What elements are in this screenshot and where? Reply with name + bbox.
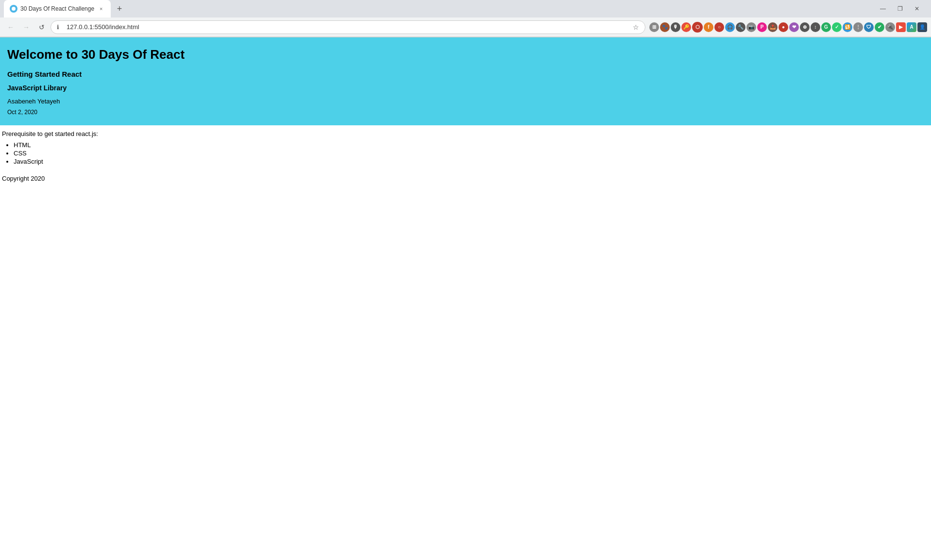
ext-icon-16[interactable]: ↕: [811, 22, 820, 32]
page-subtitle: Getting Started React: [7, 70, 924, 78]
window-controls: — ❐ ✕: [876, 3, 927, 14]
reload-icon: ↺: [39, 23, 45, 31]
bookmark-icon[interactable]: ☆: [633, 23, 639, 31]
ext-icon-15[interactable]: ⊕: [800, 22, 810, 32]
tab-favicon: [10, 5, 17, 13]
ext-icon-13[interactable]: ●: [779, 22, 788, 32]
secure-icon: ℹ: [57, 24, 64, 31]
page-content: Welcome to 30 Days Of React Getting Star…: [0, 37, 931, 186]
address-text: 127.0.0.1:5500/index.html: [67, 23, 630, 31]
ext-icon-17[interactable]: G: [821, 22, 831, 32]
forward-button[interactable]: →: [19, 20, 33, 34]
list-item: HTML: [14, 141, 929, 149]
ext-icon-24[interactable]: ▶: [896, 22, 906, 32]
list-item: JavaScript: [14, 158, 929, 165]
extension-icons: ⊞ 🐾 🎙 🔑 ⬡ f ○ 🎧 🔧 📷 P 📤 ● ❤ ⊕ ↕ G ✓ 🔁 ⋮ …: [649, 22, 927, 33]
ext-icon-7[interactable]: ○: [714, 22, 724, 32]
new-tab-button[interactable]: +: [113, 2, 126, 16]
ext-icon-3[interactable]: 🎙: [671, 22, 680, 32]
tab-title: 30 Days Of React Challenge: [20, 5, 94, 12]
ext-icon-14[interactable]: ❤: [789, 22, 799, 32]
ext-icon-11[interactable]: P: [757, 22, 767, 32]
address-bar[interactable]: ℹ 127.0.0.1:5500/index.html ☆: [51, 20, 645, 34]
date-label: Oct 2, 2020: [7, 109, 924, 116]
ext-icon-25[interactable]: A: [907, 22, 916, 32]
browser-chrome: 30 Days Of React Challenge × + — ❐ ✕ ← →…: [0, 0, 931, 37]
ext-icon-21[interactable]: 🛡: [864, 22, 874, 32]
back-button[interactable]: ←: [4, 20, 17, 34]
close-window-button[interactable]: ✕: [911, 3, 923, 14]
reload-button[interactable]: ↺: [35, 20, 49, 34]
active-tab[interactable]: 30 Days Of React Challenge ×: [4, 0, 111, 17]
ext-icon-profile[interactable]: 👤: [917, 22, 927, 32]
back-icon: ←: [7, 23, 14, 31]
prereq-list: HTML CSS JavaScript: [14, 141, 929, 165]
maximize-button[interactable]: ❐: [894, 3, 907, 14]
copyright-text: Copyright 2020: [2, 175, 45, 182]
forward-icon: →: [23, 23, 30, 31]
tech-label: JavaScript Library: [7, 84, 924, 92]
author-label: Asabeneh Yetayeh: [7, 98, 924, 105]
ext-icon-19[interactable]: 🔁: [843, 22, 852, 32]
ext-icon-20[interactable]: ⋮: [853, 22, 863, 32]
tab-close-button[interactable]: ×: [97, 5, 105, 13]
page-title: Welcome to 30 Days Of React: [7, 47, 924, 62]
ext-icon-1[interactable]: ⊞: [649, 22, 659, 32]
ext-icon-18[interactable]: ✓: [832, 22, 842, 32]
footer: Copyright 2020: [0, 171, 931, 186]
tab-bar: 30 Days Of React Challenge × + — ❐ ✕: [0, 0, 931, 17]
ext-icon-9[interactable]: 🔧: [736, 22, 745, 32]
main-section: Prerequisite to get started react.js: HT…: [0, 125, 931, 171]
ext-icon-6[interactable]: f: [704, 22, 713, 32]
ext-icon-4[interactable]: 🔑: [681, 22, 691, 32]
ext-icon-5[interactable]: ⬡: [692, 22, 703, 33]
ext-icon-23[interactable]: 🔌: [885, 22, 895, 32]
ext-icon-12[interactable]: 📤: [768, 22, 778, 32]
minimize-button[interactable]: —: [876, 3, 890, 14]
browser-toolbar: ← → ↺ ℹ 127.0.0.1:5500/index.html ☆ ⊞ 🐾 …: [0, 17, 931, 37]
prereq-label: Prerequisite to get started react.js:: [2, 130, 929, 137]
ext-icon-2[interactable]: 🐾: [660, 22, 670, 32]
ext-icon-8[interactable]: 🎧: [725, 22, 735, 32]
list-item: CSS: [14, 150, 929, 157]
header-section: Welcome to 30 Days Of React Getting Star…: [0, 37, 931, 125]
ext-icon-10[interactable]: 📷: [746, 22, 756, 32]
ext-icon-22[interactable]: ✔: [875, 22, 884, 32]
